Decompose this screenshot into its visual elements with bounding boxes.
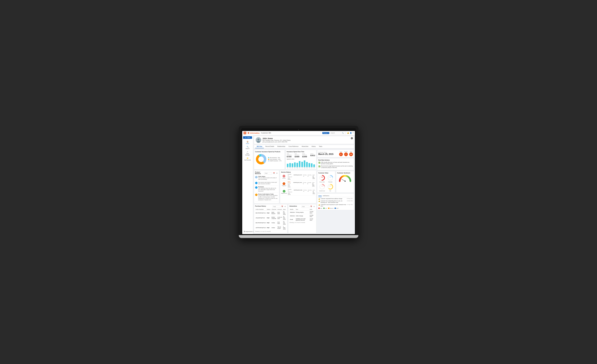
sidebar-item-my-records[interactable]: 📁 My Records bbox=[243, 157, 252, 161]
alert-text-1: Customer requested home address change bbox=[321, 198, 346, 199]
customer-since-date: March 25, 2015 bbox=[318, 153, 334, 155]
tab-alerts[interactable]: Alerts bbox=[318, 195, 322, 197]
interactions-calendar-icon[interactable]: 📅 bbox=[310, 205, 313, 208]
legend-auto-dot bbox=[268, 159, 269, 160]
notifications-icon[interactable]: 🔔 bbox=[347, 132, 349, 134]
service-status-col-2: Open to 216 days John Jones bbox=[288, 181, 292, 188]
search-input[interactable] bbox=[331, 132, 342, 134]
tab-cross-reference[interactable]: Cross Reference bbox=[287, 145, 300, 148]
mention-promo-text: The promotion code for your insurance bu… bbox=[258, 195, 278, 201]
spend-totals: Total Purchases $7250 Auto Insurance $34… bbox=[287, 153, 315, 158]
service-priority-col-3: Priority U bbox=[303, 190, 307, 194]
sidebar-item-home[interactable]: 🏠 Home bbox=[243, 140, 252, 145]
bar-apr: Apr bbox=[294, 162, 296, 168]
bar-dec-label: Dec bbox=[313, 167, 315, 168]
bar-jul: Jul bbox=[301, 162, 303, 168]
task-icon: ✔ bbox=[247, 151, 248, 153]
service-status-col-3: Closed on Unknown John Jones bbox=[288, 189, 293, 195]
tab-record-details[interactable]: Record Details bbox=[264, 145, 276, 148]
nba-text-1: Offer bundle discount on home and auto i… bbox=[321, 162, 353, 165]
tier-svg: Gold bbox=[327, 183, 334, 190]
alert-date-2: 24 Mar 2021 bbox=[347, 200, 353, 201]
tab-history[interactable]: History bbox=[310, 145, 317, 148]
col-date: Date bbox=[283, 208, 286, 211]
potential-label: Potential bbox=[328, 182, 332, 182]
next-best-actions-card: Next Best Actions ✅ Offer bundle discoun… bbox=[317, 158, 354, 170]
interactions-settings-icon[interactable]: ⚙ bbox=[313, 205, 315, 208]
service-assigned-2: John Jones bbox=[288, 185, 292, 188]
profile-header: John Jones 805 Pamplico Hwy, Florence, S… bbox=[254, 136, 354, 144]
alert-text-3: Customer's Auto Insurance is up for rene… bbox=[321, 204, 346, 207]
service-date-col-2: Date 18 May 2021 bbox=[312, 182, 315, 187]
nba-text-2: Recommend usage-based insurance as the u… bbox=[321, 165, 353, 168]
sidebar-home-label: Home bbox=[246, 143, 249, 144]
sidebar-item-search[interactable]: 🔍 Search bbox=[243, 145, 252, 150]
person-dropdown[interactable]: Person ▾ bbox=[322, 132, 329, 134]
mention-claim-status: 💬 Claim Status Can you please email me t… bbox=[255, 176, 278, 181]
days-counter: Days 16 bbox=[349, 151, 353, 156]
purchase-calendar-icon[interactable]: 📅 bbox=[281, 205, 283, 208]
svg-point-22 bbox=[345, 181, 346, 182]
severity-label-3: Severity bbox=[308, 190, 312, 191]
person-label: Person bbox=[323, 132, 327, 134]
purchase-find-input[interactable] bbox=[272, 205, 280, 208]
insurance-spend-title: Customer Insurance Spend by Products bbox=[255, 151, 283, 152]
interactions-find-input[interactable] bbox=[301, 205, 309, 208]
tab-hierarchies[interactable]: Hierarchies bbox=[300, 145, 310, 148]
purchase-showing: Showing 1 to 4 out of 4 records bbox=[255, 231, 286, 232]
tab-notifications[interactable]: Notifications bbox=[323, 195, 329, 197]
sidebar-records-label: My Records bbox=[244, 159, 251, 161]
service-item-payment: P Payment Open to 216 days John Jones bbox=[281, 181, 315, 188]
service-date-col-1: Date 25 Mar 2021 bbox=[313, 174, 315, 179]
mention-premiums-text: Can someone share the add-ons for zero d… bbox=[258, 188, 278, 192]
app-grid-icon[interactable] bbox=[244, 132, 246, 134]
months-counter: Months 7 bbox=[344, 151, 348, 156]
bottom-row: Purchase History 📅 ⚙ bbox=[254, 204, 316, 233]
col-media: Media bbox=[289, 208, 295, 211]
purchase-settings-icon[interactable]: ⚙ bbox=[284, 205, 286, 208]
settings-icon[interactable]: ⚙ bbox=[276, 172, 278, 174]
left-main: Customer Insurance Spend by Products bbox=[254, 150, 316, 233]
mention-premiums-content: Premiums Can someone share the add-ons f… bbox=[258, 186, 278, 192]
service-severity-col-1: Severity U bbox=[308, 174, 311, 179]
mention-twitter-icon-1: 🐦 bbox=[255, 182, 258, 184]
value-gauges: High Churn Risk bbox=[318, 174, 334, 191]
table-row: AEPPEWPQ87510 Paid Online 798.00 USSD 1 … bbox=[255, 225, 286, 230]
tab-relationships[interactable]: Relationships bbox=[276, 145, 287, 148]
profile-info: John Jones 805 Pamplico Hwy, Florence, S… bbox=[263, 137, 291, 143]
profile-close-button[interactable]: ✕ bbox=[351, 137, 353, 139]
order-1: BEAPEWPQ87411 bbox=[255, 211, 267, 215]
order-2: AEQ2MPQ87510 bbox=[255, 215, 267, 220]
help-icon[interactable]: ? bbox=[353, 132, 353, 134]
service-severity-col-2: Severity U bbox=[307, 182, 311, 187]
mention-chat-icon: 💬 bbox=[255, 176, 258, 178]
tab-360-view[interactable]: 360 View bbox=[255, 145, 264, 148]
product-mentions-find[interactable] bbox=[264, 172, 272, 174]
service-on-1: on Unknown bbox=[288, 175, 293, 177]
new-button[interactable]: ● + New bbox=[243, 136, 252, 139]
svg-point-3 bbox=[258, 138, 259, 140]
sidebar-bottom: ⊡ Segmentation ⚙ bbox=[243, 230, 252, 234]
nba-check-1: ✅ bbox=[318, 162, 320, 164]
date-label-3: Date bbox=[313, 190, 315, 191]
svg-text:Low: Low bbox=[330, 177, 331, 178]
bar-aug-rect bbox=[304, 160, 305, 167]
service-id-col-1: SERREQ0012457 bbox=[293, 174, 302, 179]
tab-tasks[interactable]: Tasks bbox=[317, 145, 324, 148]
sidebar-item-task-manager[interactable]: ✔ Task Manager bbox=[243, 150, 252, 156]
bar-nov-rect bbox=[311, 163, 313, 167]
sentiment-gauge: - + bbox=[337, 174, 353, 182]
purchase-table: Order Number Status Channel Amount Date bbox=[255, 208, 286, 230]
calendar-icon[interactable]: 📅 bbox=[273, 172, 275, 174]
search-box[interactable]: 🔍 bbox=[330, 132, 346, 134]
user-icon[interactable]: 👤 bbox=[350, 132, 352, 134]
mention-promo-icon: 🔔 bbox=[255, 194, 258, 196]
credit-score-gauge: Low Credit Score bbox=[318, 183, 326, 191]
int-date-2: 31 Mar 2021 bbox=[309, 214, 315, 218]
svg-text:High: High bbox=[321, 177, 323, 178]
service-item-adjustments: A Adjustments Closed on Unknown John Jon… bbox=[281, 189, 315, 196]
sidebar-item-segmentation[interactable]: ⊡ Segmentation ⚙ bbox=[243, 230, 252, 233]
bar-feb-rect bbox=[289, 163, 291, 167]
svg-text:Gold: Gold bbox=[329, 186, 331, 186]
bar-mar: Mar bbox=[291, 163, 293, 168]
